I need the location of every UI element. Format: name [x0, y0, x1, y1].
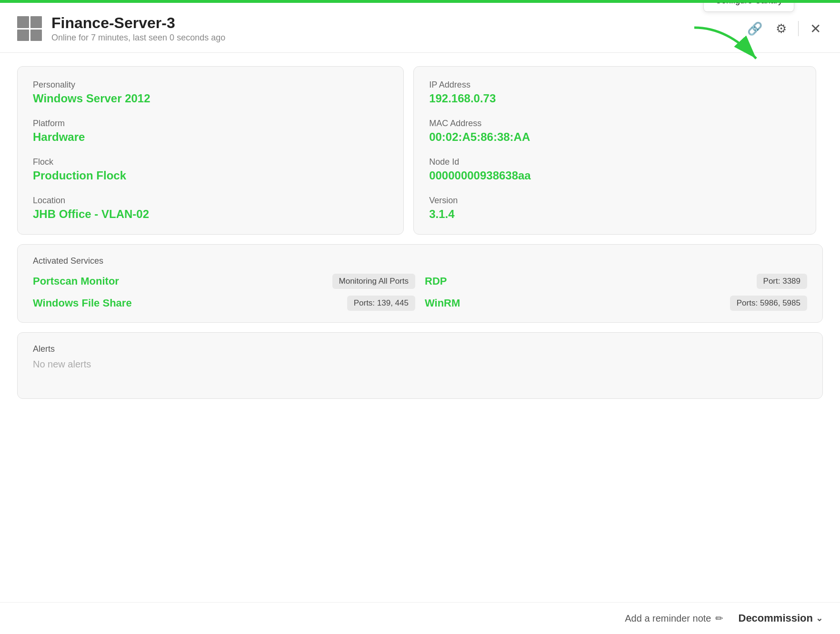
- logo-pane-bl: [17, 30, 29, 41]
- nodeid-value: 00000000938638aa: [429, 169, 800, 182]
- alerts-card: Alerts No new alerts: [17, 332, 823, 399]
- location-field: Location JHB Office - VLAN-02: [33, 196, 388, 221]
- logo-pane-tl: [17, 16, 29, 28]
- configure-canary-button[interactable]: Configure Canary: [703, 3, 794, 12]
- close-button[interactable]: ✕: [808, 19, 823, 39]
- header-right: Configure Canary 🔗 ⚙ ✕: [745, 19, 823, 39]
- mac-value: 00:02:A5:86:38:AA: [429, 130, 800, 144]
- platform-field: Platform Hardware: [33, 119, 388, 144]
- reminder-note[interactable]: Add a reminder note ✏: [625, 613, 723, 624]
- info-cards-row: Personality Windows Server 2012 Platform…: [17, 66, 823, 235]
- flock-label: Flock: [33, 157, 388, 167]
- service-name-fileshare: Windows File Share: [33, 297, 132, 309]
- ip-field: IP Address 192.168.0.73: [429, 80, 800, 105]
- alerts-empty: No new alerts: [33, 359, 807, 370]
- nodeid-label: Node Id: [429, 157, 800, 167]
- header-title: Finance-Server-3 Online for 7 minutes, l…: [51, 14, 225, 43]
- main-content: Personality Windows Server 2012 Platform…: [0, 53, 840, 412]
- mac-label: MAC Address: [429, 119, 800, 129]
- service-badge-winrm: Ports: 5986, 5985: [730, 296, 807, 311]
- service-row-winrm: WinRM Ports: 5986, 5985: [425, 296, 807, 311]
- service-badge-rdp: Port: 3389: [757, 274, 807, 289]
- chevron-down-icon: ⌄: [816, 613, 823, 624]
- decommission-button[interactable]: Decommission ⌄: [739, 612, 823, 624]
- header-divider: [798, 21, 799, 36]
- footer: Add a reminder note ✏ Decommission ⌄: [0, 602, 840, 634]
- logo-pane-br: [30, 30, 42, 41]
- location-label: Location: [33, 196, 388, 206]
- flock-field: Flock Production Flock: [33, 157, 388, 182]
- gear-button[interactable]: ⚙: [774, 20, 789, 38]
- windows-logo-icon: [17, 16, 42, 41]
- personality-field: Personality Windows Server 2012: [33, 80, 388, 105]
- device-name: Finance-Server-3: [51, 14, 225, 32]
- link-button[interactable]: 🔗: [745, 20, 764, 38]
- location-value: JHB Office - VLAN-02: [33, 208, 388, 221]
- right-info-card: IP Address 192.168.0.73 MAC Address 00:0…: [413, 66, 816, 235]
- service-name-portscan: Portscan Monitor: [33, 275, 119, 287]
- edit-icon: ✏: [715, 613, 723, 624]
- left-info-card: Personality Windows Server 2012 Platform…: [17, 66, 404, 235]
- services-card: Activated Services Portscan Monitor Moni…: [17, 244, 823, 323]
- version-value: 3.1.4: [429, 208, 800, 221]
- header-left: Finance-Server-3 Online for 7 minutes, l…: [17, 14, 225, 43]
- logo-pane-tr: [30, 16, 42, 28]
- services-title: Activated Services: [33, 256, 807, 266]
- nodeid-field: Node Id 00000000938638aa: [429, 157, 800, 182]
- ip-value: 192.168.0.73: [429, 92, 800, 105]
- service-row-fileshare: Windows File Share Ports: 139, 445: [33, 296, 415, 311]
- service-row-portscan: Portscan Monitor Monitoring All Ports: [33, 274, 415, 289]
- gear-icon: ⚙: [776, 21, 787, 36]
- reminder-label: Add a reminder note: [625, 613, 711, 624]
- version-label: Version: [429, 196, 800, 206]
- flock-value: Production Flock: [33, 169, 388, 182]
- header-icons: 🔗 ⚙ ✕: [745, 19, 823, 39]
- service-name-winrm: WinRM: [425, 297, 460, 309]
- main-panel: Finance-Server-3 Online for 7 minutes, l…: [0, 3, 840, 634]
- service-name-rdp: RDP: [425, 275, 447, 287]
- mac-field: MAC Address 00:02:A5:86:38:AA: [429, 119, 800, 144]
- alerts-title: Alerts: [33, 344, 807, 354]
- personality-value: Windows Server 2012: [33, 92, 388, 105]
- device-status: Online for 7 minutes, last seen 0 second…: [51, 33, 225, 43]
- platform-label: Platform: [33, 119, 388, 129]
- close-icon: ✕: [810, 21, 821, 37]
- header: Finance-Server-3 Online for 7 minutes, l…: [0, 3, 840, 53]
- personality-label: Personality: [33, 80, 388, 90]
- decommission-label: Decommission: [739, 612, 813, 624]
- ip-label: IP Address: [429, 80, 800, 90]
- service-row-rdp: RDP Port: 3389: [425, 274, 807, 289]
- version-field: Version 3.1.4: [429, 196, 800, 221]
- platform-value: Hardware: [33, 130, 388, 144]
- service-badge-fileshare: Ports: 139, 445: [347, 296, 415, 311]
- services-grid: Portscan Monitor Monitoring All Ports RD…: [33, 274, 807, 311]
- link-icon: 🔗: [747, 21, 762, 36]
- service-badge-portscan: Monitoring All Ports: [332, 274, 415, 289]
